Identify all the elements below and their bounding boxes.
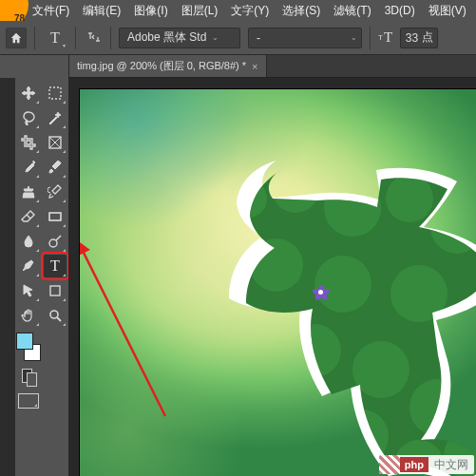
close-icon[interactable]: ×: [252, 61, 257, 72]
panel-gutter: [0, 78, 15, 476]
artwork-flower: [314, 285, 329, 300]
lasso-tool[interactable]: [17, 106, 40, 129]
svg-point-16: [440, 305, 476, 358]
svg-point-15: [390, 265, 447, 322]
svg-point-17: [288, 324, 341, 377]
menu-select[interactable]: 选择(S): [276, 1, 326, 21]
clone-stamp-tool[interactable]: [17, 181, 40, 203]
font-size-unit: 点: [422, 29, 433, 46]
svg-point-18: [352, 341, 409, 398]
menu-type[interactable]: 文字(Y): [225, 1, 275, 21]
zoom-tool[interactable]: [44, 304, 67, 327]
watermark-text: 中文网: [428, 457, 474, 473]
font-style-dropdown[interactable]: - ⌄: [248, 28, 362, 48]
separator: [34, 27, 35, 49]
home-icon: [10, 31, 23, 45]
marquee-tool[interactable]: [44, 82, 67, 105]
gradient-tool[interactable]: [44, 205, 67, 228]
tool-preset-picker[interactable]: T ▾: [43, 26, 67, 50]
font-style-value: -: [257, 31, 260, 45]
magic-wand-tool[interactable]: [44, 106, 67, 129]
history-brush-tool[interactable]: [44, 181, 67, 203]
canvas-viewport: [68, 78, 476, 476]
eraser-tool[interactable]: [17, 205, 40, 228]
svg-point-8: [229, 180, 267, 218]
home-button[interactable]: [6, 28, 27, 48]
watermark-badge: php: [400, 457, 428, 472]
menu-file[interactable]: 文件(F): [27, 1, 75, 21]
chevron-down-icon: ▾: [63, 42, 66, 48]
shape-tool[interactable]: [44, 279, 67, 302]
options-bar: T ▾ Adobe 黑体 Std ⌄ - ⌄ TT 33 点: [0, 21, 476, 55]
type-icon: T: [50, 29, 60, 47]
document-canvas[interactable]: [80, 89, 476, 476]
hand-tool[interactable]: [17, 304, 40, 327]
document-tab[interactable]: timg.jpg @ 200% (图层 0, RGB/8#) * ×: [68, 54, 267, 77]
crop-tool[interactable]: [17, 131, 40, 154]
font-size-icon: TT: [378, 29, 392, 46]
font-family-dropdown[interactable]: Adobe 黑体 Std ⌄: [119, 28, 240, 48]
font-family-value: Adobe 黑体 Std: [127, 29, 206, 46]
menu-filter[interactable]: 滤镜(T): [328, 1, 376, 21]
document-tab-bar: timg.jpg @ 200% (图层 0, RGB/8#) * ×: [68, 55, 476, 78]
svg-rect-5: [50, 286, 60, 295]
path-select-tool[interactable]: [17, 279, 40, 302]
toolbar-column-right: T: [43, 78, 67, 476]
menu-image[interactable]: 图像(I): [128, 1, 173, 21]
svg-point-10: [324, 180, 381, 237]
font-size-field[interactable]: 33 点: [400, 28, 438, 48]
move-tool[interactable]: [17, 82, 40, 105]
foreground-color-swatch[interactable]: [16, 333, 33, 350]
svg-point-14: [314, 256, 371, 313]
eyedropper-tool[interactable]: [17, 156, 40, 179]
font-size-value: 33: [406, 31, 418, 45]
svg-rect-0: [49, 87, 61, 99]
watermark: php 中文网: [379, 455, 474, 474]
blur-tool[interactable]: [17, 230, 40, 253]
type-icon: T: [50, 257, 60, 275]
watermark-stripes: [379, 455, 400, 474]
menu-layer[interactable]: 图层(L): [176, 1, 224, 21]
type-tool[interactable]: T: [44, 255, 67, 277]
menu-edit[interactable]: 编辑(E): [77, 1, 126, 21]
chevron-down-icon: ⌄: [351, 33, 357, 42]
artwork-glyph-fill: [210, 142, 476, 476]
svg-point-13: [250, 238, 303, 292]
separator: [110, 27, 111, 49]
svg-point-9: [272, 165, 319, 213]
separator: [75, 27, 76, 49]
quick-mask-toggle[interactable]: [18, 369, 39, 386]
toolbar-column-left: [16, 78, 41, 476]
pen-tool[interactable]: [17, 255, 40, 277]
screen-mode-button[interactable]: [18, 393, 39, 409]
tab-title: timg.jpg @ 200% (图层 0, RGB/8#) *: [77, 59, 246, 73]
menu-bar: 文件(F) 编辑(E) 图像(I) 图层(L) 文字(Y) 选择(S) 滤镜(T…: [27, 0, 472, 21]
menu-3d[interactable]: 3D(D): [379, 2, 421, 19]
orientation-icon: [86, 30, 101, 46]
svg-point-6: [50, 311, 58, 318]
svg-point-4: [49, 239, 57, 247]
text-orientation-button[interactable]: [84, 29, 103, 48]
chevron-down-icon: ⌄: [212, 33, 219, 42]
svg-point-11: [386, 175, 433, 222]
svg-rect-2: [49, 213, 61, 220]
svg-rect-3: [49, 213, 61, 220]
color-swatches[interactable]: [16, 333, 41, 361]
dodge-tool[interactable]: [44, 230, 67, 253]
frame-tool[interactable]: [44, 131, 67, 154]
menu-view[interactable]: 视图(V): [423, 1, 472, 21]
separator: [370, 27, 371, 49]
svg-point-19: [409, 379, 466, 436]
brush-tool[interactable]: [44, 156, 67, 179]
